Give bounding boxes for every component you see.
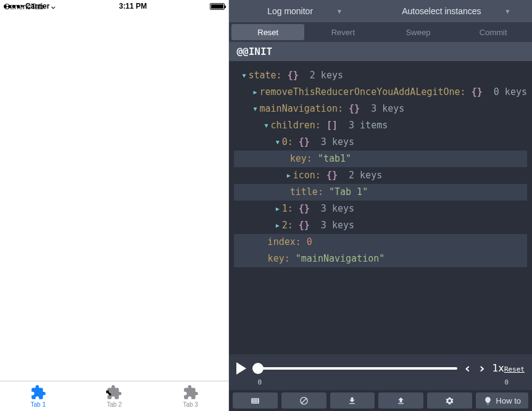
disable-icon	[299, 396, 309, 405]
chevron-down-icon: ▼	[505, 8, 511, 15]
tree-row-key-tab1[interactable]: key: "tab1"	[234, 151, 527, 167]
time-travel-player: ‹ › 1xReset 0 0	[229, 354, 532, 390]
keyboard-button[interactable]	[233, 392, 278, 409]
tree-row-index2[interactable]: ▸2: {} 3 keys	[234, 217, 527, 234]
player-tick-start: 0	[257, 378, 262, 386]
player-track[interactable]	[252, 367, 457, 370]
chevron-down-icon: ▼	[336, 8, 343, 15]
monitor-select-label: Log monitor	[267, 6, 313, 16]
wifi-icon: ⌵	[51, 2, 56, 10]
caret-right-icon[interactable]: ▸	[285, 167, 293, 184]
tree-row-navkey[interactable]: key: "mainNavigation"	[234, 251, 527, 267]
tree-row-remove[interactable]: ▸removeThisReducerOnceYouAddALegitOne: {…	[234, 84, 527, 101]
sweep-button[interactable]: Sweep	[382, 24, 455, 40]
tree-row-state[interactable]: ▾state: {} 2 keys	[234, 67, 527, 84]
step-forward-button[interactable]: ›	[478, 360, 486, 376]
instance-select-label: Autoselect instances	[402, 6, 481, 16]
clock: 3:11 PM	[119, 2, 147, 10]
player-reset-link[interactable]: Reset	[504, 365, 525, 373]
current-action-label: @@INIT	[229, 42, 532, 61]
tab-item-3[interactable]: Tab 3	[152, 381, 228, 411]
caret-down-icon[interactable]: ▾	[273, 134, 282, 151]
settings-button[interactable]	[427, 392, 472, 409]
player-tick-end: 0	[504, 378, 509, 386]
revert-button[interactable]: Revert	[307, 24, 380, 40]
gear-icon	[445, 396, 454, 405]
caret-right-icon[interactable]: ▸	[273, 201, 282, 217]
action-buttons-row: Reset Revert Sweep Commit	[229, 22, 532, 42]
devtools-top-dropdowns: Log monitor ▼ Autoselect instances ▼	[229, 0, 532, 22]
tree-row-children[interactable]: ▾children: [] 3 items	[234, 117, 527, 134]
battery-icon	[210, 3, 225, 10]
commit-button[interactable]: Commit	[457, 24, 530, 40]
player-thumb[interactable]	[252, 363, 264, 374]
tree-row-icon[interactable]: ▸icon: {} 2 keys	[234, 167, 527, 184]
tab-label: Tab 2	[107, 401, 122, 408]
caret-down-icon[interactable]: ▾	[262, 117, 271, 134]
caret-right-icon[interactable]: ▸	[251, 84, 260, 101]
step-back-button[interactable]: ‹	[463, 360, 472, 376]
upload-button[interactable]	[378, 392, 423, 409]
caret-down-icon[interactable]: ▾	[239, 67, 248, 84]
download-button[interactable]	[330, 392, 375, 409]
instance-select[interactable]: Autoselect instances ▼	[381, 0, 532, 22]
howto-button[interactable]: How to	[476, 392, 528, 409]
caret-down-icon[interactable]: ▾	[251, 101, 260, 117]
tree-row-title[interactable]: title: "Tab 1"	[234, 184, 527, 201]
puzzle-icon	[30, 384, 46, 401]
puzzle-icon	[106, 384, 122, 401]
keyboard-icon	[251, 396, 260, 405]
disable-button[interactable]	[281, 392, 326, 409]
tab-item-1[interactable]: Tab 1	[0, 381, 76, 411]
phone-simulator: Carrier ⌵ 3:11 PM GenericTab Tab 1 Tab 2…	[0, 0, 229, 411]
phone-content-area	[0, 12, 228, 381]
state-tree: ▾state: {} 2 keys ▸removeThisReducerOnce…	[229, 61, 532, 354]
tree-row-index0[interactable]: ▾0: {} 3 keys	[234, 134, 527, 151]
tab-bar: Tab 1 Tab 2 Tab 3	[0, 381, 228, 411]
bottom-toolbar: How to	[229, 390, 532, 411]
reset-button[interactable]: Reset	[231, 24, 304, 40]
play-button[interactable]	[236, 362, 246, 375]
upload-icon	[396, 396, 405, 405]
tab-item-2[interactable]: Tab 2	[76, 381, 152, 411]
puzzle-icon	[183, 384, 199, 401]
tree-row-index-value[interactable]: index: 0	[234, 234, 527, 251]
howto-label: How to	[496, 396, 521, 405]
redux-devtools: Log monitor ▼ Autoselect instances ▼ Res…	[229, 0, 532, 411]
tree-row-index1[interactable]: ▸1: {} 3 keys	[234, 201, 527, 217]
monitor-select[interactable]: Log monitor ▼	[229, 0, 380, 22]
nav-title-overlay: GenericTab	[4, 2, 43, 11]
bulb-icon	[483, 396, 493, 405]
tab-label: Tab 3	[183, 401, 197, 408]
playback-speed: 1xReset	[493, 362, 525, 374]
tab-label: Tab 1	[31, 401, 46, 408]
caret-right-icon[interactable]: ▸	[273, 217, 282, 234]
download-icon	[347, 396, 357, 405]
tree-row-mainnav[interactable]: ▾mainNavigation: {} 3 keys	[234, 101, 527, 117]
